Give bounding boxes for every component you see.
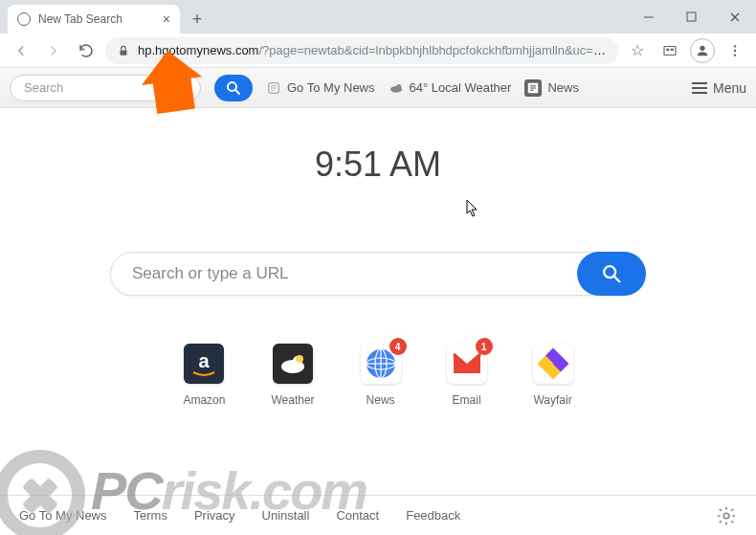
clock-display: 9:51 AM	[0, 145, 756, 185]
shortcut-tiles: a Amazon Weather 4 News 1 Email	[0, 344, 756, 407]
svg-rect-5	[664, 46, 676, 55]
menu-label: Menu	[713, 80, 746, 96]
weather-icon	[389, 80, 404, 96]
lock-icon	[117, 44, 130, 57]
tab-title: New Tab Search	[38, 12, 122, 26]
ext-link-label: News	[547, 80, 579, 95]
window-controls	[627, 0, 756, 33]
news-link[interactable]: News	[524, 79, 579, 97]
globe-icon: 4	[361, 344, 401, 384]
tile-amazon[interactable]: a Amazon	[183, 344, 225, 407]
svg-rect-6	[666, 48, 669, 50]
search-icon	[225, 79, 242, 97]
footer-privacy-link[interactable]: Privacy	[194, 508, 235, 523]
main-search-button[interactable]	[577, 252, 646, 296]
news-page-icon	[266, 80, 281, 96]
ext-search-input[interactable]: Search	[10, 75, 201, 101]
footer-feedback-link[interactable]: Feedback	[406, 508, 460, 523]
go-to-my-news-link[interactable]: Go To My News	[266, 80, 375, 96]
browser-toolbar: hp.hgotomynews.com/?page=newtab&cid=lnbp…	[0, 33, 756, 68]
new-tab-button[interactable]: +	[184, 6, 211, 33]
tile-email[interactable]: 1 Email	[447, 344, 487, 407]
svg-point-30	[296, 355, 303, 363]
kebab-menu-button[interactable]	[722, 37, 748, 64]
tile-label: Wayfair	[533, 393, 571, 407]
avatar-icon	[690, 38, 715, 63]
ext-menu-button[interactable]: Menu	[692, 80, 746, 96]
footer-uninstall-link[interactable]: Uninstall	[262, 508, 310, 523]
tile-label: Weather	[271, 393, 314, 407]
gmail-icon: 1	[447, 344, 487, 384]
tile-news[interactable]: 4 News	[361, 344, 401, 407]
url-text: hp.hgotomynews.com/?page=newtab&cid=lnbp…	[138, 43, 607, 57]
profile-button[interactable]	[689, 37, 716, 64]
wayfair-icon	[533, 344, 573, 384]
minimize-button[interactable]	[627, 3, 670, 32]
weather-tile-icon	[273, 344, 313, 384]
svg-point-9	[734, 45, 736, 47]
amazon-icon: a	[184, 344, 224, 384]
tile-label: Amazon	[183, 393, 225, 407]
close-window-button[interactable]	[713, 3, 756, 32]
tab-close-button[interactable]: ×	[163, 11, 170, 27]
address-bar[interactable]: hp.hgotomynews.com/?page=newtab&cid=lnbp…	[105, 37, 618, 64]
bookmark-star-button[interactable]: ☆	[624, 37, 651, 64]
reload-button[interactable]	[73, 37, 100, 64]
maximize-button[interactable]	[670, 3, 713, 32]
main-search-bar[interactable]: Search or type a URL	[110, 252, 646, 296]
ext-link-label: 64° Local Weather	[410, 80, 512, 95]
ext-link-label: Go To My News	[287, 80, 375, 95]
page-content: 9:51 AM Search or type a URL a Amazon We…	[0, 108, 756, 407]
local-weather-link[interactable]: 64° Local Weather	[389, 80, 512, 96]
notification-badge: 4	[389, 338, 407, 355]
footer-terms-link[interactable]: Terms	[134, 508, 167, 523]
browser-titlebar: New Tab Search × +	[0, 0, 756, 33]
tile-weather[interactable]: Weather	[271, 344, 314, 407]
tile-wayfair[interactable]: Wayfair	[533, 344, 573, 407]
settings-gear-icon[interactable]	[716, 505, 737, 526]
footer-brand[interactable]: Go To My News	[19, 508, 107, 523]
svg-rect-4	[121, 50, 127, 55]
back-button[interactable]	[8, 37, 34, 64]
tile-label: News	[367, 393, 395, 407]
main-search-input[interactable]: Search or type a URL	[111, 264, 577, 283]
notification-badge: 1	[476, 338, 493, 355]
svg-rect-1	[687, 12, 696, 21]
svg-point-8	[700, 45, 704, 50]
svg-line-13	[235, 90, 239, 94]
svg-rect-7	[671, 48, 674, 50]
search-icon	[17, 12, 31, 26]
forward-button[interactable]	[40, 37, 67, 64]
ext-search-button[interactable]	[214, 75, 253, 101]
browser-tab[interactable]: New Tab Search ×	[8, 5, 180, 33]
page-footer: Go To My News Terms Privacy Uninstall Co…	[0, 495, 756, 535]
footer-contact-link[interactable]: Contact	[336, 508, 379, 523]
newspaper-icon	[524, 79, 542, 97]
svg-point-10	[734, 49, 736, 51]
extension-icon[interactable]	[656, 37, 683, 64]
extension-toolbar: Search Go To My News 64° Local Weather N…	[0, 68, 756, 108]
svg-line-25	[614, 277, 620, 282]
tile-label: Email	[453, 393, 481, 407]
search-icon	[601, 263, 622, 284]
svg-point-11	[734, 54, 736, 56]
cursor-icon	[466, 199, 479, 222]
svg-point-41	[723, 513, 729, 519]
hamburger-icon	[692, 82, 707, 94]
svg-point-19	[396, 84, 401, 89]
svg-text:a: a	[199, 350, 211, 371]
